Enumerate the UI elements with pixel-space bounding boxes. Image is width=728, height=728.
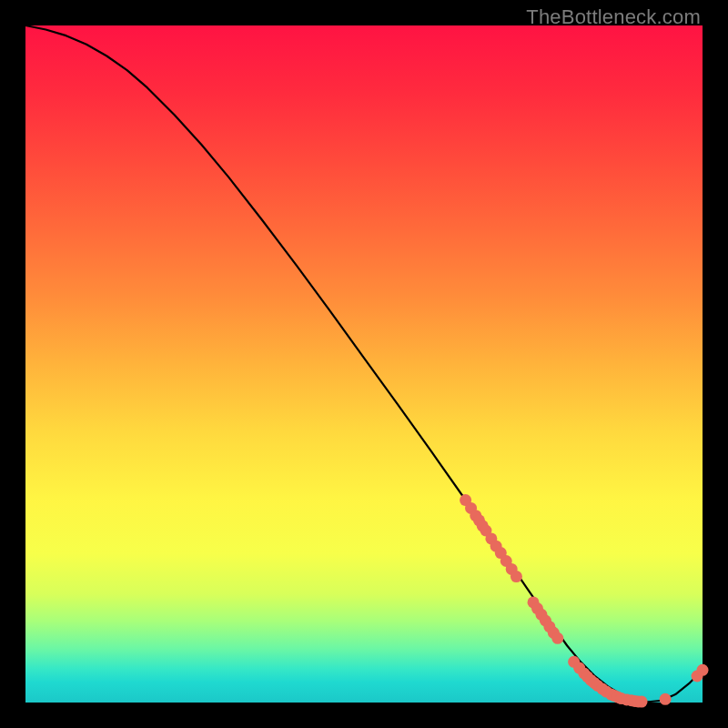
- bottleneck-curve: [25, 25, 703, 702]
- chart-svg: [25, 25, 703, 703]
- data-points: [460, 494, 708, 708]
- data-point: [636, 696, 648, 708]
- data-point: [511, 571, 522, 582]
- chart-frame: TheBottleneck.com: [0, 0, 728, 728]
- data-point: [660, 693, 672, 705]
- data-point: [551, 632, 563, 644]
- data-point: [697, 664, 709, 676]
- plot-area: [25, 25, 703, 703]
